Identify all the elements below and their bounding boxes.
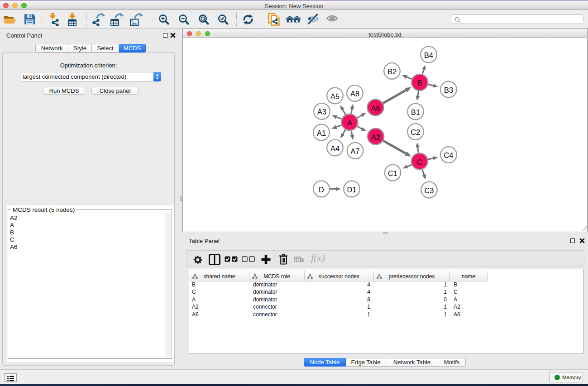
- svg-text:A6: A6: [371, 104, 380, 112]
- svg-text:A1: A1: [317, 129, 326, 137]
- svg-text:C3: C3: [425, 186, 434, 195]
- svg-text:A4: A4: [330, 144, 339, 152]
- svg-text:B1: B1: [411, 108, 420, 116]
- svg-text:A5: A5: [330, 92, 339, 100]
- svg-text:B3: B3: [444, 86, 453, 94]
- svg-text:C4: C4: [444, 151, 454, 159]
- svg-text:C: C: [417, 158, 422, 166]
- svg-text:A: A: [347, 119, 352, 127]
- svg-text:A2: A2: [371, 133, 380, 141]
- svg-text:B2: B2: [387, 67, 397, 76]
- svg-text:A8: A8: [350, 90, 359, 98]
- svg-text:C2: C2: [411, 128, 421, 136]
- svg-text:D: D: [319, 186, 324, 194]
- svg-text:A7: A7: [351, 147, 360, 155]
- svg-text:C1: C1: [388, 169, 397, 177]
- svg-text:B4: B4: [424, 51, 433, 59]
- svg-text:A3: A3: [317, 108, 326, 116]
- svg-text:B: B: [417, 79, 422, 87]
- svg-text:D1: D1: [347, 186, 357, 194]
